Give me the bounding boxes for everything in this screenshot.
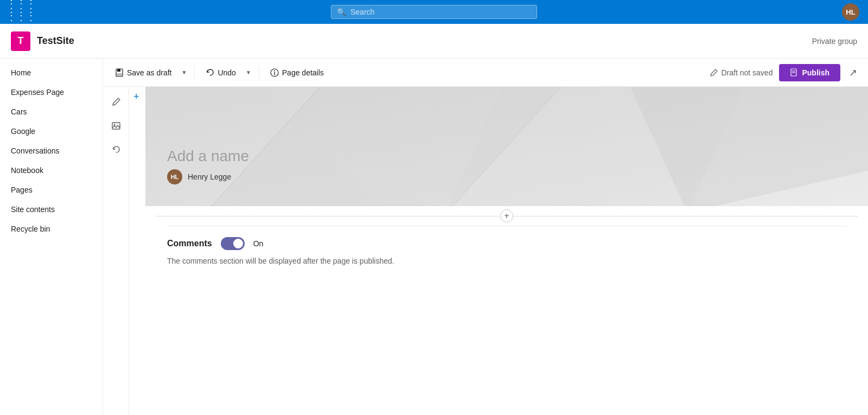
- avatar[interactable]: HL: [842, 3, 859, 21]
- toggle-label: On: [253, 239, 264, 248]
- publish-button[interactable]: Publish: [779, 64, 840, 81]
- undo-tool-button[interactable]: [106, 140, 126, 159]
- draft-pencil-icon: [710, 68, 718, 77]
- comments-section: Comments On The comments section will be…: [145, 226, 868, 276]
- image-icon: [111, 121, 121, 131]
- sidebar-item-notebook[interactable]: Notebook: [0, 161, 103, 180]
- sidebar-item-label: Conversations: [11, 146, 60, 155]
- sidebar-item-cars[interactable]: Cars: [0, 102, 103, 122]
- comments-description: The comments section will be displayed a…: [167, 257, 846, 265]
- left-tools: [103, 87, 129, 415]
- search-input[interactable]: [350, 8, 531, 16]
- sidebar-item-site-contents[interactable]: Site contents: [0, 200, 103, 219]
- svg-point-10: [113, 124, 115, 126]
- dropdown-arrow-icon: ▼: [246, 69, 251, 75]
- comments-title: Comments: [167, 239, 212, 248]
- hero-content: HL Henry Legge: [167, 148, 438, 184]
- svg-rect-9: [112, 123, 120, 129]
- add-section-strip[interactable]: +: [129, 87, 145, 106]
- sidebar: Home Expenses Page Cars Google Conversat…: [0, 59, 103, 415]
- edit-tool-button[interactable]: [106, 92, 126, 112]
- save-as-draft-button[interactable]: Save as draft: [110, 65, 177, 80]
- sidebar-item-recycle-bin[interactable]: Recycle bin: [0, 219, 103, 239]
- page-details-label: Page details: [282, 68, 324, 77]
- site-header: T TestSite Private group: [0, 24, 868, 59]
- undo-dropdown[interactable]: ▼: [244, 66, 253, 79]
- hero-background-svg: [145, 87, 868, 206]
- svg-rect-1: [117, 69, 120, 72]
- sidebar-item-label: Site contents: [11, 205, 55, 214]
- main-content: Save as draft ▼ Undo ▼: [103, 59, 868, 415]
- hero-banner: HL Henry Legge: [145, 87, 868, 206]
- sidebar-item-label: Expenses Page: [11, 88, 64, 97]
- sidebar-item-label: Pages: [11, 186, 33, 194]
- save-draft-label: Save as draft: [127, 68, 172, 77]
- undo-tool-icon: [111, 145, 121, 155]
- toolbar-divider: [194, 66, 195, 79]
- external-edit-icon[interactable]: ↗: [847, 65, 859, 81]
- toolbar-right: Draft not saved Publish ↗: [710, 64, 860, 81]
- sidebar-item-google[interactable]: Google: [0, 122, 103, 141]
- page-details-icon: [270, 68, 279, 77]
- author-name: Henry Legge: [188, 173, 231, 181]
- undo-button[interactable]: Undo: [200, 65, 241, 80]
- toggle-slider: [221, 237, 245, 250]
- undo-icon: [206, 68, 214, 77]
- author-avatar: HL: [167, 169, 182, 184]
- sidebar-item-expenses[interactable]: Expenses Page: [0, 82, 103, 102]
- publish-icon: [790, 68, 799, 77]
- search-icon: 🔍: [337, 8, 346, 16]
- comments-toggle[interactable]: [221, 237, 245, 250]
- page-details-button[interactable]: Page details: [265, 65, 329, 80]
- page-title-input[interactable]: [167, 148, 438, 165]
- top-bar: ⋮⋮⋮⋮⋮⋮⋮⋮⋮ 🔍 HL: [0, 0, 868, 24]
- toolbar: Save as draft ▼ Undo ▼: [103, 59, 868, 87]
- dropdown-arrow-icon: ▼: [182, 69, 187, 75]
- layout: Home Expenses Page Cars Google Conversat…: [0, 59, 868, 415]
- search-bar: 🔍: [331, 5, 537, 19]
- comments-header: Comments On: [167, 237, 846, 250]
- sidebar-item-pages[interactable]: Pages: [0, 180, 103, 200]
- sidebar-item-label: Cars: [11, 107, 27, 116]
- sidebar-item-label: Google: [11, 127, 35, 136]
- save-draft-dropdown[interactable]: ▼: [180, 66, 189, 79]
- svg-rect-2: [117, 73, 122, 76]
- sidebar-item-conversations[interactable]: Conversations: [0, 141, 103, 161]
- publish-label: Publish: [802, 68, 829, 77]
- toolbar-divider-2: [259, 66, 259, 79]
- draft-status-label: Draft not saved: [722, 68, 773, 77]
- hero-author: HL Henry Legge: [167, 169, 438, 184]
- add-section-circle-button[interactable]: +: [500, 209, 513, 222]
- sidebar-item-label: Notebook: [11, 166, 43, 175]
- page-content: HL Henry Legge + Comments: [145, 87, 868, 415]
- section-divider: +: [145, 206, 868, 226]
- image-tool-button[interactable]: [106, 116, 126, 136]
- visibility-label: Private group: [812, 37, 857, 46]
- page-area: +: [103, 87, 868, 415]
- draft-status[interactable]: Draft not saved: [710, 68, 773, 77]
- site-title: TestSite: [37, 35, 74, 47]
- pencil-icon: [111, 97, 121, 107]
- save-icon: [115, 68, 124, 77]
- svg-point-5: [274, 70, 275, 71]
- sidebar-item-home[interactable]: Home: [0, 63, 103, 82]
- sidebar-item-label: Recycle bin: [11, 225, 50, 233]
- sidebar-item-label: Home: [11, 68, 31, 77]
- undo-label: Undo: [218, 68, 235, 77]
- site-logo: T: [11, 31, 30, 51]
